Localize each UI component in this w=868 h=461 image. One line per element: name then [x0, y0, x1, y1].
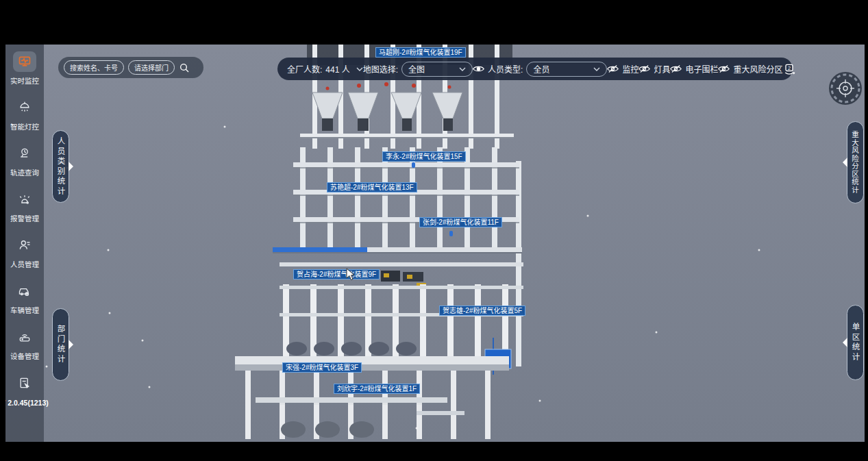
tab-label: 单区统计 [850, 323, 861, 362]
arrow-right-icon [69, 340, 73, 349]
tab-single-zone-stats[interactable]: 单区统计 [847, 305, 864, 380]
arrow-right-icon [69, 162, 73, 171]
person-tag[interactable]: 贺占海-2#粉煤气化装置9F [293, 269, 380, 279]
sidebar-item-smart-light[interactable]: 智能灯控 [10, 97, 39, 132]
tab-label: 部门统计 [55, 325, 66, 364]
person-tag[interactable]: 苏艳超-2#粉煤气化装置13F [327, 182, 417, 192]
sidebar-item-personnel[interactable]: 人员管理 [10, 235, 39, 269]
search-icon[interactable] [179, 62, 190, 73]
toggle-light-layer[interactable]: 灯具 [638, 63, 670, 75]
person-type-value: 全员 [533, 63, 549, 75]
chevron-down-icon [459, 67, 466, 71]
sidebar-item-alarm[interactable]: 报警管理 [10, 189, 39, 223]
sidebar-item-label: 人员管理 [10, 259, 39, 269]
sidebar-item-vehicle[interactable]: 车辆管理 [10, 281, 39, 315]
arrow-left-icon [843, 338, 847, 347]
map-select-label: 地图选择: [363, 63, 398, 75]
sidebar-item-label: 报警管理 [10, 213, 39, 223]
person-tag[interactable]: 刘欣宇-2#粉煤气化装置1F [334, 384, 420, 394]
tab-person-category-stats[interactable]: 人员类别统计 [52, 130, 69, 203]
total-people-label: 全厂人数: [287, 63, 322, 75]
sidebar-item-label: 轨迹查询 [10, 167, 39, 177]
person-type-label: 人员类型: [488, 63, 523, 75]
search-bar: 搜索姓名、卡号 请选择部门 [58, 57, 203, 78]
person-marker [449, 231, 453, 236]
person-marker [412, 162, 415, 168]
track-query-icon [13, 143, 36, 164]
sidebar-item-track-query[interactable]: 轨迹查询 [10, 143, 39, 177]
sidebar-item-label: 车辆管理 [10, 305, 39, 315]
sidebar-item-label: 智能灯控 [10, 121, 39, 132]
alarm-icon [13, 189, 36, 210]
eye-off-icon [718, 64, 730, 74]
compass-widget[interactable] [827, 70, 864, 107]
toggle-label: 电子围栏 [685, 63, 718, 75]
toggle-label: 灯具 [654, 63, 670, 75]
person-tag[interactable]: 贺志雄-2#粉煤气化装置5F [439, 306, 525, 316]
sidebar-item-realtime-monitor[interactable]: 实时监控 [10, 51, 39, 86]
personnel-icon [13, 235, 36, 256]
sidebar-item-report[interactable] [13, 373, 36, 393]
toggle-label: 重大风险分区 [733, 63, 782, 75]
chevron-down-icon [356, 67, 363, 71]
eye-off-icon [638, 64, 650, 74]
person-tag[interactable]: 宋强-2#粉煤气化装置3F [282, 362, 362, 373]
person-tag[interactable]: 张剑-2#粉煤气化装置11F [419, 217, 502, 227]
smart-light-icon [13, 97, 36, 118]
tab-major-risk-zone-stats[interactable]: 重大风险分区统计 [847, 121, 864, 203]
total-people-counter[interactable]: 全厂人数: 441 人 [287, 63, 363, 75]
toggle-efence-layer[interactable]: 电子围栏 [670, 63, 718, 75]
person-tag[interactable]: 马超刚-2#粉煤气化装置19F [375, 47, 466, 58]
realtime-monitor-icon [13, 51, 36, 72]
arrow-left-icon [843, 158, 847, 167]
device-icon [13, 327, 36, 347]
tab-department-stats[interactable]: 部门统计 [52, 308, 69, 381]
svg-text:2: 2 [788, 64, 791, 71]
total-people-value: 441 人 [325, 63, 349, 75]
sidebar-nav: 实时监控 智能灯控 轨迹查询 [5, 45, 44, 442]
app-window: 实时监控 智能灯控 轨迹查询 [0, 0, 868, 461]
sidebar-item-label: 设备管理 [10, 351, 39, 361]
person-tag[interactable]: 李永-2#粉煤气化装置15F [382, 151, 466, 162]
search-input[interactable]: 搜索姓名、卡号 [64, 60, 124, 75]
report-icon [13, 373, 36, 393]
sidebar-item-label: 实时监控 [10, 75, 39, 86]
tab-label: 重大风险分区统计 [850, 131, 860, 194]
eye-off-icon [670, 64, 682, 74]
toggle-monitor-layer[interactable]: 监控 [607, 63, 638, 75]
tab-label: 人员类别统计 [55, 137, 66, 197]
eye-off-icon [607, 64, 619, 74]
3d-scene-viewport[interactable]: 实时监控 智能灯控 轨迹查询 [5, 45, 865, 442]
toggle-label: 监控 [622, 63, 638, 75]
chevron-down-icon [593, 67, 600, 71]
vehicle-icon [13, 281, 36, 301]
app-version: V 2.0.45(1213) [5, 399, 49, 407]
eye-open-icon[interactable] [473, 64, 484, 73]
map-select-dropdown[interactable]: 全图 [401, 62, 473, 77]
plant-3d-model [5, 45, 865, 442]
department-select[interactable]: 请选择部门 [128, 60, 175, 75]
toggle-major-risk-layer[interactable]: 重大风险分区 [718, 63, 782, 75]
view-2d-toggle-icon[interactable]: 2 [782, 62, 796, 76]
map-select-value: 全图 [408, 63, 425, 75]
sidebar-item-device[interactable]: 设备管理 [10, 327, 39, 361]
map-toolbar: 全厂人数: 441 人 地图选择: 全图 人员类型: [277, 58, 793, 80]
person-type-dropdown[interactable]: 全员 [526, 62, 607, 77]
